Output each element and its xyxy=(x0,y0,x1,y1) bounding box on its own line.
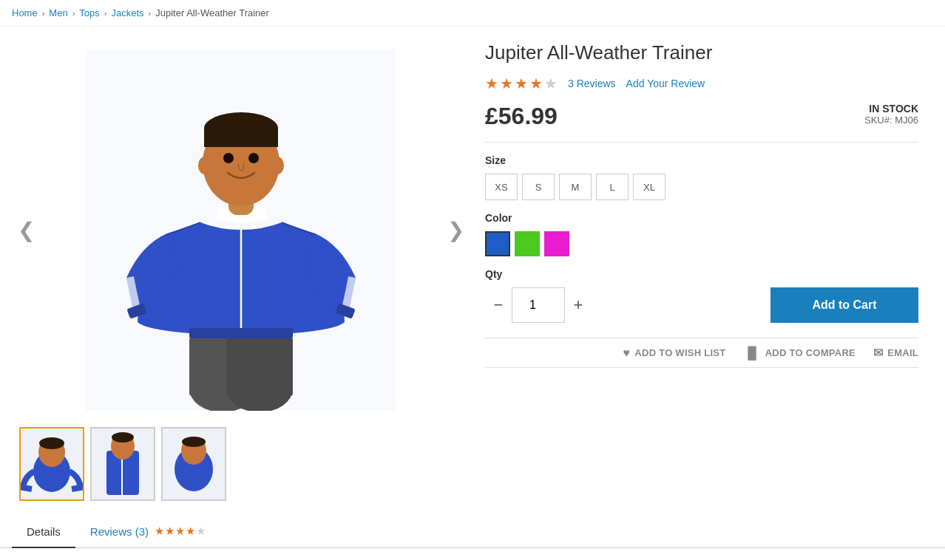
qty-control: − + xyxy=(485,287,592,323)
size-m[interactable]: M xyxy=(559,174,592,200)
tab-reviews[interactable]: Reviews (3) ★ ★ ★ ★ ★ xyxy=(75,516,220,548)
qty-minus-button[interactable]: − xyxy=(485,287,512,323)
svg-point-11 xyxy=(248,153,259,163)
color-blue[interactable] xyxy=(485,231,510,256)
star-4: ★ xyxy=(529,75,543,92)
size-s[interactable]: S xyxy=(522,174,555,200)
product-page: ❮ xyxy=(0,27,945,516)
tab-reviews-label: Reviews (3) xyxy=(90,525,149,538)
breadcrumb-sep-1: › xyxy=(42,9,45,18)
color-label: Color xyxy=(485,212,918,224)
product-info: Jupiter All-Weather Trainer ★ ★ ★ ★ ★ 3 … xyxy=(470,41,933,501)
star-rating: ★ ★ ★ ★ ★ xyxy=(485,75,558,92)
svg-rect-14 xyxy=(189,328,293,338)
svg-point-28 xyxy=(182,437,206,447)
email-label: EMAIL xyxy=(887,347,918,358)
breadcrumb-jackets[interactable]: Jackets xyxy=(111,7,143,18)
star-2: ★ xyxy=(500,75,513,92)
sku-value: MJ06 xyxy=(895,115,918,126)
heart-icon: ♥ xyxy=(623,346,631,360)
svg-point-18 xyxy=(271,157,284,174)
sku-label: SKU#: xyxy=(864,115,892,126)
tab-star-3: ★ xyxy=(175,525,185,538)
actions-row: ♥ ADD TO WISH LIST ▐▌ ADD TO COMPARE ✉ E… xyxy=(485,338,918,368)
tabs-row: Details Reviews (3) ★ ★ ★ ★ ★ xyxy=(0,516,945,548)
reviews-link[interactable]: 3 Reviews xyxy=(568,78,616,89)
stock-info: IN STOCK SKU#: MJ06 xyxy=(864,103,918,126)
thumbnail-strip xyxy=(12,427,470,501)
add-to-cart-button[interactable]: Add to Cart xyxy=(770,287,918,323)
thumbnail-1[interactable] xyxy=(19,427,84,501)
qty-plus-button[interactable]: + xyxy=(565,287,592,323)
breadcrumb-current: Jupiter All-Weather Trainer xyxy=(155,7,269,18)
next-image-button[interactable]: ❯ xyxy=(441,212,470,248)
size-l[interactable]: L xyxy=(596,174,629,200)
price-stock-row: £56.99 IN STOCK SKU#: MJ06 xyxy=(485,103,918,143)
email-icon: ✉ xyxy=(873,346,883,360)
prev-image-button[interactable]: ❮ xyxy=(12,212,41,248)
svg-point-21 xyxy=(39,437,64,449)
compare-icon: ▐▌ xyxy=(743,346,760,360)
star-1: ★ xyxy=(485,75,498,92)
breadcrumb: Home › Men › Tops › Jackets › Jupiter Al… xyxy=(0,0,945,27)
main-image-container: ❮ xyxy=(12,41,470,418)
tab-star-1: ★ xyxy=(155,525,164,538)
compare-label: ADD TO COMPARE xyxy=(765,347,856,358)
main-product-image xyxy=(86,49,396,411)
tab-star-4: ★ xyxy=(186,525,195,538)
product-title: Jupiter All-Weather Trainer xyxy=(485,41,918,64)
color-options xyxy=(485,231,918,256)
svg-rect-9 xyxy=(204,129,278,147)
svg-point-25 xyxy=(112,432,134,443)
rating-row: ★ ★ ★ ★ ★ 3 Reviews Add Your Review xyxy=(485,75,918,92)
breadcrumb-sep-3: › xyxy=(104,9,107,18)
color-pink[interactable] xyxy=(544,231,569,256)
tab-star-2: ★ xyxy=(165,525,175,538)
breadcrumb-sep-4: › xyxy=(149,9,152,18)
product-price: £56.99 xyxy=(485,103,558,130)
breadcrumb-home[interactable]: Home xyxy=(12,7,38,18)
thumbnail-2[interactable] xyxy=(90,427,155,501)
tab-star-5: ★ xyxy=(196,525,206,538)
sku: SKU#: MJ06 xyxy=(864,115,918,126)
add-review-link[interactable]: Add Your Review xyxy=(626,78,705,89)
star-3: ★ xyxy=(515,75,528,92)
product-gallery: ❮ xyxy=(12,41,470,501)
breadcrumb-men[interactable]: Men xyxy=(49,7,67,18)
svg-point-17 xyxy=(198,157,211,174)
svg-point-10 xyxy=(223,153,234,163)
breadcrumb-tops[interactable]: Tops xyxy=(79,7,99,18)
size-label: Size xyxy=(485,154,918,166)
star-5: ★ xyxy=(544,75,558,92)
thumbnail-3[interactable] xyxy=(161,427,226,501)
tab-details-label: Details xyxy=(27,525,61,538)
size-xs[interactable]: XS xyxy=(485,174,518,200)
add-to-compare-link[interactable]: ▐▌ ADD TO COMPARE xyxy=(743,346,856,360)
qty-label: Qty xyxy=(485,268,918,280)
svg-rect-4 xyxy=(226,337,293,396)
add-to-wishlist-link[interactable]: ♥ ADD TO WISH LIST xyxy=(623,346,726,360)
color-green[interactable] xyxy=(515,231,540,256)
qty-input[interactable] xyxy=(512,287,565,323)
wishlist-label: ADD TO WISH LIST xyxy=(634,347,725,358)
size-options: XS S M L XL xyxy=(485,174,918,200)
email-link[interactable]: ✉ EMAIL xyxy=(873,346,918,360)
tab-details[interactable]: Details xyxy=(12,516,75,548)
breadcrumb-sep-2: › xyxy=(72,9,75,18)
size-xl[interactable]: XL xyxy=(633,174,665,200)
qty-cart-row: − + Add to Cart xyxy=(485,287,918,323)
stock-status: IN STOCK xyxy=(864,103,918,115)
tab-rating-stars: ★ ★ ★ ★ ★ xyxy=(155,525,206,538)
